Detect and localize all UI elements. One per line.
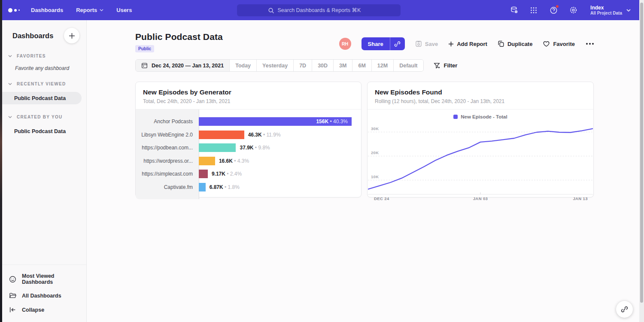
chart-legend[interactable]: New Episode - Total	[368, 113, 593, 120]
card-new-episodes-found: New Episodes Found Rolling (12 hours), t…	[367, 82, 594, 197]
bar[interactable]	[199, 183, 206, 191]
save-button[interactable]: Save	[415, 40, 438, 47]
search-input[interactable]	[278, 7, 370, 13]
chart-title: New Episodes Found	[375, 88, 586, 96]
collapse-sidebar-button[interactable]: Collapse	[2, 303, 86, 317]
link-icon	[394, 41, 401, 47]
chevron-down-icon	[8, 115, 12, 118]
notification-dot	[556, 5, 559, 8]
bar-value-label: 46.3K • 11.9%	[248, 132, 281, 138]
bar-row: Anchor Podcasts156K • 40.3%	[136, 115, 361, 128]
preset-yesterday[interactable]: Yesterday	[256, 60, 293, 71]
more-options-icon[interactable]	[585, 41, 595, 46]
preset-12m[interactable]: 12M	[371, 60, 393, 71]
bar[interactable]	[199, 170, 208, 178]
all-dashboards-button[interactable]: All Dashboards	[2, 289, 86, 303]
app-logo[interactable]	[8, 8, 20, 12]
date-range-group: Dec 24, 2020 — Jan 13, 2021 TodayYesterd…	[135, 59, 424, 72]
bar[interactable]: 156K • 40.3%	[199, 117, 352, 126]
plus-icon	[69, 33, 75, 39]
search-icon	[268, 7, 274, 14]
add-report-button[interactable]: Add Report	[448, 41, 487, 47]
smiley-icon	[9, 276, 16, 283]
filter-button[interactable]: Filter	[434, 62, 458, 69]
project-scope: All Project Data	[590, 11, 622, 16]
avatar[interactable]: RH	[339, 38, 351, 50]
legend-swatch	[453, 115, 458, 119]
chart-subtitle: Rolling (12 hours), total, Dec 24th, 202…	[375, 98, 586, 104]
filter-funnel-icon	[434, 62, 440, 69]
desktop-edge	[0, 0, 2, 322]
bar-track: 16.6K • 4.3%	[199, 157, 352, 165]
bar[interactable]	[199, 143, 236, 152]
scrollbar-thumb[interactable]	[640, 3, 643, 303]
share-button[interactable]: Share	[361, 37, 390, 50]
preset-today[interactable]: Today	[229, 60, 256, 71]
section-created-by-you[interactable]: CREATED BY YOU	[2, 115, 86, 119]
preset-default[interactable]: Default	[393, 60, 423, 71]
favorite-button[interactable]: Favorite	[543, 40, 575, 47]
save-icon	[415, 40, 422, 47]
y-tick-label: 10K	[371, 174, 379, 179]
bar-row: Captivate.fm6.87K • 1.8%	[136, 181, 361, 194]
apps-grid-icon[interactable]	[529, 6, 538, 15]
sidebar: Dashboards FAVORITES Favorite any dashbo…	[2, 20, 87, 322]
chevron-down-icon	[8, 55, 12, 58]
line-chart[interactable]: 10K20K30K	[368, 122, 593, 194]
help-icon[interactable]	[549, 6, 558, 15]
bar-category-label: Libsyn WebEngine 2.0	[136, 132, 199, 138]
bar-value-label: 156K • 40.3%	[316, 118, 348, 125]
bar-category-label: Captivate.fm	[136, 184, 199, 190]
preset-6m[interactable]: 6M	[352, 60, 371, 71]
nav-reports[interactable]: Reports	[76, 7, 103, 13]
global-search[interactable]	[237, 4, 401, 16]
chart-subtitle: Total, Dec 24th, 2020 - Jan 13th, 2021	[143, 98, 354, 104]
settings-gear-icon[interactable]	[569, 6, 577, 15]
favorites-empty-note: Favorite any dashboard	[15, 65, 86, 71]
section-favorites[interactable]: FAVORITES	[2, 54, 86, 58]
section-recently-viewed[interactable]: RECENTLY VIEWED	[2, 82, 86, 86]
nav-dashboards[interactable]: Dashboards	[31, 7, 63, 13]
bar[interactable]	[199, 157, 215, 165]
bar-value-label: 37.9K • 9.8%	[240, 145, 270, 151]
card-new-episodes-by-generator: New Episodes by Generator Total, Dec 24t…	[135, 82, 361, 197]
preset-30d[interactable]: 30D	[312, 60, 333, 71]
preset-3m[interactable]: 3M	[333, 60, 352, 71]
heart-icon	[543, 40, 550, 47]
plus-icon	[448, 41, 454, 47]
duplicate-button[interactable]: Duplicate	[498, 40, 533, 47]
page-scrollbar	[639, 0, 644, 322]
project-selector[interactable]: Index All Project Data	[590, 5, 631, 16]
bar-category-label: https://simplecast.com	[136, 171, 199, 177]
collapse-icon	[9, 306, 16, 313]
bar-value-label: 6.87K • 1.8%	[210, 184, 240, 190]
nav-users[interactable]: Users	[116, 7, 132, 13]
y-tick-label: 30K	[371, 126, 379, 131]
bar-row: https://wordpress.or...16.6K • 4.3%	[136, 155, 361, 168]
share-split-button: Share	[361, 37, 405, 50]
most-viewed-dashboards-button[interactable]: Most Viewed Dashboards	[2, 270, 86, 289]
preset-7d[interactable]: 7D	[293, 60, 312, 71]
bar-value-label: 9.17K • 2.4%	[212, 171, 242, 177]
bar-category-label: https://podbean.com...	[136, 145, 199, 151]
date-range-button[interactable]: Dec 24, 2020 — Jan 13, 2021	[136, 60, 229, 71]
main-content: Public Podcast Data Public RH Share Save	[87, 20, 639, 322]
new-dashboard-button[interactable]	[64, 28, 79, 43]
chart-title: New Episodes by Generator	[143, 88, 354, 96]
bar-chart: Anchor Podcasts156K • 40.3%Libsyn WebEng…	[136, 109, 361, 200]
share-link-fab[interactable]	[616, 301, 633, 318]
bar[interactable]	[199, 131, 244, 139]
bar-row: https://simplecast.com9.17K • 2.4%	[136, 167, 361, 181]
bar-track: 37.9K • 9.8%	[199, 143, 352, 152]
bar-category-label: https://wordpress.or...	[136, 158, 199, 164]
folder-icon	[9, 292, 16, 299]
bar-value-label: 16.6K • 4.3%	[219, 158, 249, 164]
share-link-button[interactable]	[390, 37, 405, 50]
sidebar-item-public-podcast-data[interactable]: Public Podcast Data	[2, 92, 82, 104]
bar-category-label: Anchor Podcasts	[136, 118, 199, 125]
public-badge: Public	[135, 45, 154, 52]
calendar-icon	[141, 62, 148, 69]
data-sources-icon[interactable]	[510, 6, 518, 15]
top-navbar: Dashboards Reports Users	[0, 0, 639, 20]
sidebar-item-public-podcast-data-created[interactable]: Public Podcast Data	[2, 125, 86, 137]
